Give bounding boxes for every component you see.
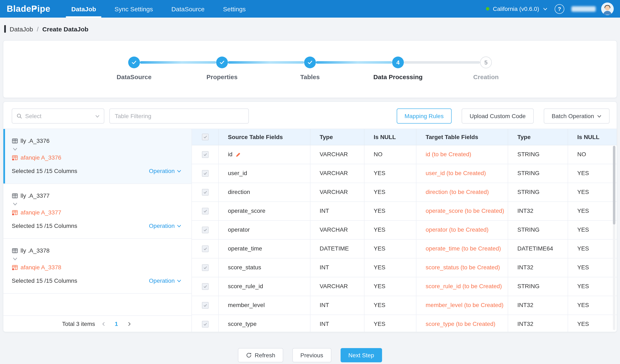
step-label-creation: Creation	[444, 73, 528, 80]
source-field-type: INT	[320, 302, 329, 309]
nav-item-datasource[interactable]: DataSource	[166, 0, 210, 18]
step-circle-properties	[216, 57, 228, 68]
source-field-type: VARCHAR	[320, 283, 348, 290]
table-pair-item[interactable]: lly .A_3376 afanqie A_3376 Selected 15 /…	[3, 129, 191, 184]
navbar-right: California (v0.6.0) ?	[486, 2, 614, 15]
step-label-datasource: DataSource	[92, 73, 176, 80]
selected-columns-text: Selected 15 /15 Columns	[12, 277, 77, 284]
user-avatar[interactable]	[601, 2, 614, 15]
target-field-type: DATETIME64	[517, 245, 553, 253]
source-field-name: operator	[228, 227, 250, 234]
row-checkbox[interactable]	[202, 227, 208, 233]
next-page-button[interactable]	[125, 321, 133, 326]
selected-columns-text: Selected 15 /15 Columns	[12, 222, 77, 229]
source-field-name: score_status	[228, 264, 261, 272]
nav-item-settings[interactable]: Settings	[218, 0, 251, 18]
source-field-name: direction	[228, 189, 250, 196]
step-progress-bar	[316, 61, 392, 64]
source-table-name: lly .A_3378	[20, 247, 50, 254]
row-checkbox[interactable]	[202, 151, 208, 158]
operation-dropdown[interactable]: Operation	[149, 167, 181, 174]
nav-item-sync-settings[interactable]: Sync Settings	[109, 0, 158, 18]
col-header-target-is-null: Is NULL	[568, 129, 617, 145]
source-field-nullable: YES	[374, 170, 385, 177]
next-step-button[interactable]: Next Step	[340, 348, 382, 362]
edit-pencil-icon[interactable]	[235, 152, 241, 157]
source-field-nullable: YES	[374, 227, 385, 234]
table-row: direction VARCHAR YES direction (to be C…	[192, 183, 617, 202]
row-checkbox[interactable]	[202, 208, 208, 214]
region-selector[interactable]: California (v0.6.0)	[493, 5, 539, 12]
source-field-nullable: YES	[374, 302, 385, 309]
step-label-tables: Tables	[268, 73, 352, 80]
field-table-body: id VARCHAR NO id (to be Created) STRING …	[192, 145, 617, 332]
refresh-icon	[246, 352, 252, 358]
select-dropdown[interactable]: Select	[12, 108, 104, 123]
page-number[interactable]: 1	[112, 320, 121, 327]
nav-item-datajob[interactable]: DataJob	[66, 0, 101, 18]
target-field-type: INT32	[517, 321, 533, 328]
step-progress-bar	[404, 61, 480, 64]
select-all-checkbox[interactable]	[202, 134, 208, 140]
target-field-type: STRING	[517, 283, 540, 290]
source-table-name: lly .A_3376	[20, 137, 50, 144]
target-table-icon	[12, 154, 18, 161]
toolbar: Select Mapping Rules Upload Custom Code …	[3, 102, 617, 123]
table-pair-item[interactable]: lly .A_3378 afanqie A_3378 Selected 15 /…	[3, 239, 191, 294]
source-field-name: score_type	[228, 321, 257, 328]
source-table-icon	[12, 193, 18, 199]
field-table-header: Source Table Fields Type Is NULL Target …	[192, 129, 617, 145]
row-checkbox[interactable]	[202, 283, 208, 290]
target-field-nullable: YES	[577, 189, 589, 196]
breadcrumb-bar	[4, 25, 6, 33]
main-nav: DataJob Sync Settings DataSource Setting…	[62, 0, 255, 18]
step-circle-creation: 5	[480, 57, 492, 68]
selected-columns-text: Selected 15 /15 Columns	[12, 167, 77, 174]
table-row: score_rule_id VARCHAR YES score_rule_id …	[192, 277, 617, 296]
table-filter-input[interactable]	[109, 108, 249, 123]
refresh-button[interactable]: Refresh	[238, 348, 283, 362]
table-row: member_level INT YES member_level (to be…	[192, 296, 617, 315]
target-table-name: afanqie A_3376	[20, 154, 61, 161]
operation-dropdown[interactable]: Operation	[149, 222, 181, 229]
col-header-source-fields: Source Table Fields	[219, 129, 310, 145]
target-field-type: STRING	[517, 170, 540, 177]
brand-logo[interactable]: BladePipe	[7, 4, 50, 14]
target-field-name: user_id (to be Created)	[426, 170, 486, 177]
step-label-data-processing: Data Processing	[356, 73, 440, 80]
row-checkbox[interactable]	[202, 170, 208, 177]
source-field-type: INT	[320, 208, 329, 215]
help-icon[interactable]: ?	[555, 4, 564, 14]
scrollbar-thumb[interactable]	[613, 146, 615, 225]
chevron-down-icon[interactable]	[13, 256, 181, 262]
col-header-target-type: Type	[508, 129, 568, 145]
prev-page-button[interactable]	[100, 321, 107, 326]
target-field-type: INT32	[517, 264, 533, 272]
target-field-nullable: YES	[577, 245, 589, 253]
mapping-rules-button[interactable]: Mapping Rules	[397, 108, 452, 123]
row-checkbox[interactable]	[202, 264, 208, 271]
chevron-down-icon[interactable]	[13, 146, 181, 152]
scrollbar-track[interactable]	[613, 146, 615, 330]
step-circle-datasource	[128, 57, 140, 68]
batch-operation-button[interactable]: Batch Operation	[544, 108, 609, 123]
target-field-type: STRING	[517, 227, 540, 234]
source-field-name: user_id	[228, 170, 247, 177]
chevron-down-icon[interactable]	[543, 6, 547, 11]
target-table-icon	[12, 264, 18, 270]
row-checkbox[interactable]	[202, 245, 208, 252]
row-checkbox[interactable]	[202, 321, 208, 328]
breadcrumb-separator: /	[37, 25, 39, 32]
row-checkbox[interactable]	[202, 302, 208, 309]
step-progress-bar	[140, 61, 216, 64]
top-navbar: BladePipe DataJob Sync Settings DataSour…	[0, 0, 620, 18]
row-checkbox[interactable]	[202, 189, 208, 196]
breadcrumb-parent[interactable]: DataJob	[10, 25, 33, 32]
operation-dropdown[interactable]: Operation	[149, 277, 181, 284]
table-row: operator VARCHAR YES operator (to be Cre…	[192, 221, 617, 240]
upload-custom-code-button[interactable]: Upload Custom Code	[462, 108, 534, 123]
chevron-down-icon[interactable]	[13, 201, 181, 207]
table-pair-item[interactable]: lly .A_3377 afanqie A_3377 Selected 15 /…	[3, 184, 191, 239]
source-table-icon	[12, 247, 18, 254]
previous-button[interactable]: Previous	[292, 348, 331, 362]
